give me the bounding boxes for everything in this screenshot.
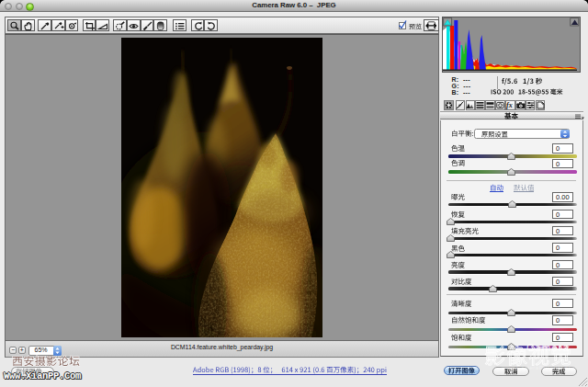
svg-text:fx: fx bbox=[506, 101, 513, 109]
